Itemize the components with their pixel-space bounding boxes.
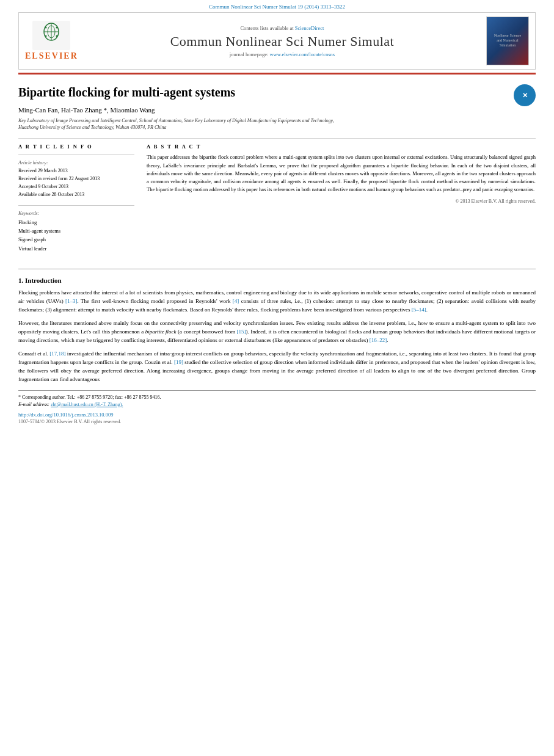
elsevier-logo: ELSEVIER <box>25 21 78 61</box>
crossmark-badge[interactable]: ✕ <box>514 84 536 106</box>
ref-5-14[interactable]: [5–14] <box>412 307 426 313</box>
paper-title: Bipartite flocking for multi-agent syste… <box>18 84 508 100</box>
ref-16-22[interactable]: [16–22] <box>370 337 387 343</box>
svg-point-6 <box>56 27 58 29</box>
date-revised: Received in revised form 22 August 2013 <box>18 175 134 183</box>
elsevier-wordmark: ELSEVIER <box>25 51 78 61</box>
title-row: Bipartite flocking for multi-agent syste… <box>18 84 536 106</box>
intro-heading: 1. Introduction <box>18 277 536 284</box>
issn-text: 1007-5704/© 2013 Elsevier B.V. All right… <box>18 419 536 424</box>
abstract-column: A B S T R A C T This paper addresses the… <box>147 144 536 259</box>
footnote-star: * Corresponding author. Tel.: +86 27 875… <box>18 394 536 401</box>
intro-para2: However, the literatures mentioned above… <box>18 319 536 345</box>
ref-17-18[interactable]: [17,18] <box>49 351 65 357</box>
keywords-label: Keywords: <box>18 211 134 216</box>
intro-divider <box>18 269 536 269</box>
svg-point-5 <box>45 27 47 29</box>
article-history: Article history: Received 29 March 2013 … <box>18 160 134 198</box>
ref-19[interactable]: [19] <box>174 359 183 365</box>
ref-1-3[interactable]: [1–3] <box>65 298 78 304</box>
keyword-virtual: Virtual leader <box>18 244 134 253</box>
svg-point-7 <box>45 35 47 37</box>
journal-header: ELSEVIER Contents lists available at Sci… <box>18 12 536 70</box>
keywords-section: Keywords: Flocking Multi-agent systems S… <box>18 211 134 253</box>
authors-line: Ming-Can Fan, Hai-Tao Zhang *, Miaomiao … <box>18 106 536 114</box>
date-available: Available online 28 October 2013 <box>18 191 134 199</box>
email-link[interactable]: zht@mail.hust.edu.cn (H.-T. Zhang). <box>51 402 123 407</box>
doi-link[interactable]: http://dx.doi.org/10.1016/j.cnsns.2013.1… <box>18 412 536 418</box>
svg-point-8 <box>56 35 58 37</box>
keyword-flocking: Flocking <box>18 218 134 227</box>
info-divider <box>18 154 134 155</box>
history-label: Article history: <box>18 160 134 165</box>
article-info-label: A R T I C L E I N F O <box>18 144 134 150</box>
homepage-link[interactable]: www.elsevier.com/locate/cnsns <box>269 51 335 57</box>
elsevier-logo-graphic <box>32 21 70 50</box>
ref-15[interactable]: [15] <box>237 329 246 335</box>
abstract-label: A B S T R A C T <box>147 144 536 150</box>
introduction-section: 1. Introduction Flocking problems have a… <box>18 277 536 383</box>
abstract-text: This paper addresses the bipartite flock… <box>147 153 536 194</box>
header-divider <box>18 138 536 139</box>
date-received: Received 29 March 2013 <box>18 167 134 175</box>
affiliation: Key Laboratory of Image Processing and I… <box>18 117 536 131</box>
date-accepted: Accepted 9 October 2013 <box>18 183 134 191</box>
journal-citation: Commun Nonlinear Sci Numer Simulat 19 (2… <box>0 0 554 12</box>
intro-para3: Conradt et al. [17,18] investigated the … <box>18 350 536 384</box>
sciencedirect-link[interactable]: ScienceDirect <box>295 25 324 31</box>
paper-content: Bipartite flocking for multi-agent syste… <box>18 75 536 384</box>
keyword-multiagent: Multi-agent systems <box>18 227 134 235</box>
contents-line: Contents lists available at ScienceDirec… <box>78 25 486 31</box>
journal-homepage: journal homepage: www.elsevier.com/locat… <box>78 51 486 57</box>
copyright-line: © 2013 Elsevier B.V. All rights reserved… <box>147 198 536 204</box>
footnote-area: * Corresponding author. Tel.: +86 27 875… <box>18 390 536 424</box>
keyword-signed: Signed graph <box>18 235 134 244</box>
intro-para1: Flocking problems have attracted the int… <box>18 289 536 314</box>
article-info-column: A R T I C L E I N F O Article history: R… <box>18 144 134 259</box>
journal-citation-link[interactable]: Commun Nonlinear Sci Numer Simulat 19 (2… <box>209 4 345 10</box>
keywords-divider <box>18 205 134 206</box>
title-block: Bipartite flocking for multi-agent syste… <box>18 84 508 106</box>
info-abstract-columns: A R T I C L E I N F O Article history: R… <box>18 144 536 259</box>
journal-name: Commun Nonlinear Sci Numer Simulat <box>78 34 486 49</box>
journal-thumbnail: Nonlinear Scienceand NumericalSimulation <box>486 16 529 65</box>
ref-4[interactable]: [4] <box>233 298 239 304</box>
footnote-email: E-mail address: zht@mail.hust.edu.cn (H.… <box>18 401 536 409</box>
journal-header-center: Contents lists available at ScienceDirec… <box>78 25 486 57</box>
